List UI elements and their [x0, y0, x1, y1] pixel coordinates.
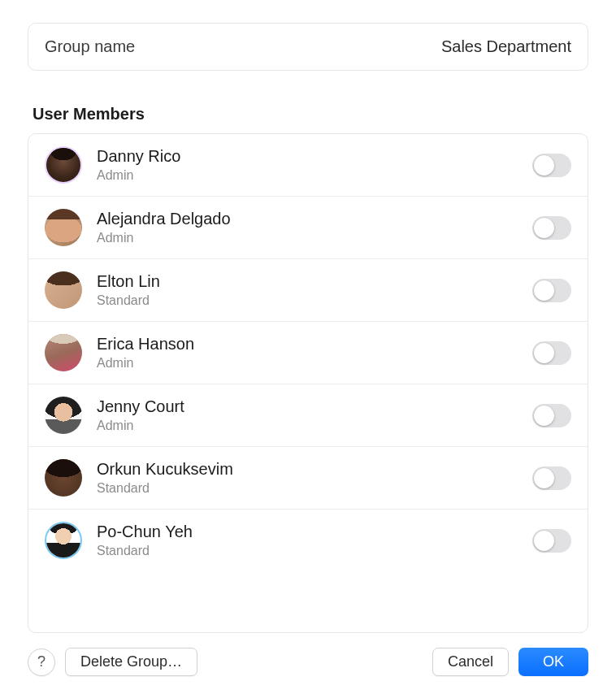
ok-button[interactable]: OK: [518, 648, 588, 676]
member-info: Danny Rico Admin: [97, 146, 532, 183]
member-info: Orkun Kucuksevim Standard: [97, 459, 532, 496]
list-item: Danny Rico Admin: [28, 134, 588, 197]
member-name: Danny Rico: [97, 146, 532, 166]
member-toggle[interactable]: [532, 279, 571, 302]
list-item: Alejandra Delgado Admin: [28, 197, 588, 259]
member-role: Standard: [97, 293, 532, 308]
list-item: Po-Chun Yeh Standard: [28, 510, 588, 571]
cancel-button[interactable]: Cancel: [432, 648, 509, 676]
member-info: Elton Lin Standard: [97, 271, 532, 308]
help-button[interactable]: ?: [28, 648, 55, 676]
avatar: [45, 459, 82, 497]
group-name-field[interactable]: Group name Sales Department: [28, 23, 588, 71]
avatar: [45, 209, 82, 246]
member-role: Admin: [97, 230, 532, 245]
member-toggle[interactable]: [532, 404, 571, 427]
avatar: [45, 397, 82, 434]
member-role: Admin: [97, 418, 532, 433]
member-role: Admin: [97, 355, 532, 371]
member-name: Erica Hanson: [97, 334, 532, 354]
avatar: [45, 334, 82, 371]
member-name: Elton Lin: [97, 271, 532, 291]
group-name-value: Sales Department: [441, 37, 571, 56]
user-members-list: Danny Rico Admin Alejandra Delgado Admin…: [28, 133, 588, 633]
avatar: [45, 522, 82, 559]
list-item: Orkun Kucuksevim Standard: [28, 447, 588, 510]
member-name: Jenny Court: [97, 397, 532, 416]
member-toggle[interactable]: [532, 529, 571, 553]
member-toggle[interactable]: [532, 466, 571, 490]
list-item: Elton Lin Standard: [28, 259, 588, 322]
member-role: Admin: [97, 167, 532, 183]
member-toggle[interactable]: [532, 341, 571, 365]
dialog-footer: ? Delete Group… Cancel OK: [28, 633, 588, 694]
member-name: Alejandra Delgado: [97, 209, 532, 228]
group-settings-dialog: Group name Sales Department User Members…: [0, 0, 616, 694]
member-info: Jenny Court Admin: [97, 397, 532, 433]
list-item: Jenny Court Admin: [28, 384, 588, 447]
member-name: Orkun Kucuksevim: [97, 459, 532, 479]
list-item: Erica Hanson Admin: [28, 322, 588, 384]
member-info: Erica Hanson Admin: [97, 334, 532, 371]
user-members-heading: User Members: [28, 105, 588, 124]
member-info: Alejandra Delgado Admin: [97, 209, 532, 245]
member-name: Po-Chun Yeh: [97, 522, 532, 541]
member-role: Standard: [97, 543, 532, 558]
delete-group-button[interactable]: Delete Group…: [65, 648, 197, 676]
member-toggle[interactable]: [532, 154, 571, 177]
avatar: [45, 146, 82, 184]
member-toggle[interactable]: [532, 216, 571, 240]
member-info: Po-Chun Yeh Standard: [97, 522, 532, 558]
avatar: [45, 271, 82, 309]
group-name-label: Group name: [45, 37, 135, 56]
member-role: Standard: [97, 480, 532, 496]
